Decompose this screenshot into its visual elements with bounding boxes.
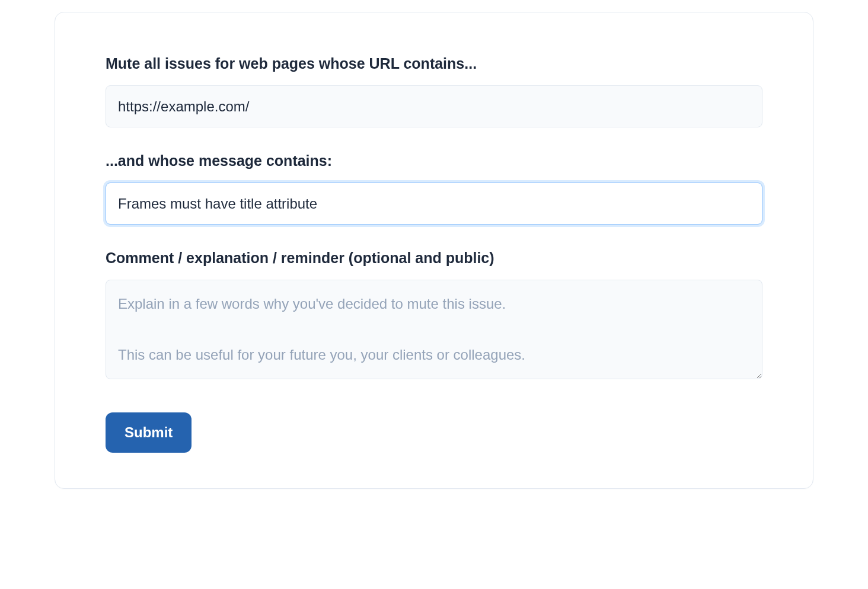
submit-button[interactable]: Submit — [106, 412, 192, 453]
url-field-group: Mute all issues for web pages whose URL … — [106, 54, 762, 127]
url-field-label: Mute all issues for web pages whose URL … — [106, 54, 762, 73]
message-field-group: ...and whose message contains: — [106, 151, 762, 225]
message-input[interactable] — [106, 183, 762, 225]
comment-field-group: Comment / explanation / reminder (option… — [106, 248, 762, 382]
comment-textarea[interactable] — [106, 280, 762, 379]
message-field-label: ...and whose message contains: — [106, 151, 762, 171]
mute-issue-form-card: Mute all issues for web pages whose URL … — [55, 12, 813, 489]
comment-field-label: Comment / explanation / reminder (option… — [106, 248, 762, 268]
url-input[interactable] — [106, 85, 762, 128]
